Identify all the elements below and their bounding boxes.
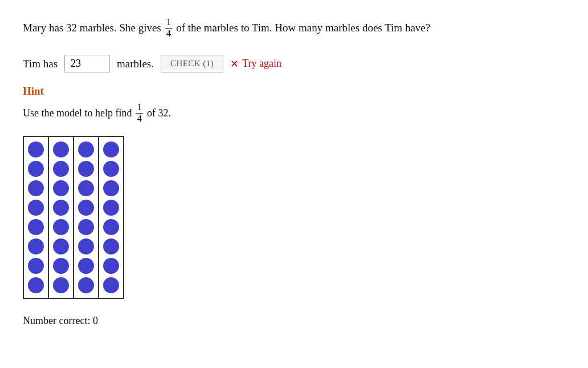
hint-fraction: 1 4 bbox=[136, 102, 143, 124]
marble bbox=[28, 161, 44, 177]
marble bbox=[53, 180, 69, 196]
marble bbox=[78, 141, 94, 157]
x-icon: ✕ bbox=[230, 58, 239, 70]
marble bbox=[103, 141, 119, 157]
hint-fraction-numerator: 1 bbox=[136, 102, 143, 114]
try-again-label: Try again bbox=[242, 58, 281, 70]
number-correct: Number correct: 0 bbox=[23, 315, 565, 327]
marble bbox=[28, 180, 44, 196]
problem-text: Mary has 32 marbles. She gives 1 4 of th… bbox=[23, 17, 565, 39]
marble-column-1 bbox=[49, 137, 74, 298]
marble bbox=[78, 277, 94, 293]
marble bbox=[53, 277, 69, 293]
marble bbox=[103, 238, 119, 254]
marble bbox=[103, 258, 119, 274]
problem-text-after: of the marbles to Tim. How many marbles … bbox=[176, 19, 430, 37]
marble bbox=[28, 200, 44, 216]
problem-text-before: Mary has 32 marbles. She gives bbox=[23, 19, 161, 37]
marble bbox=[103, 200, 119, 216]
problem-fraction-numerator: 1 bbox=[165, 17, 173, 29]
check-button[interactable]: CHECK (1) bbox=[161, 55, 223, 72]
marble bbox=[28, 258, 44, 274]
marble bbox=[103, 277, 119, 293]
marble bbox=[78, 200, 94, 216]
try-again-message: ✕ Try again bbox=[230, 58, 281, 70]
hint-text-before: Use the model to help find bbox=[23, 107, 132, 119]
marble bbox=[28, 238, 44, 254]
marble bbox=[53, 200, 69, 216]
marble bbox=[28, 141, 44, 157]
marble-column-3 bbox=[99, 137, 123, 298]
problem-fraction: 1 4 bbox=[165, 17, 173, 39]
hint-text-after: of 32. bbox=[147, 107, 171, 119]
hint-text: Use the model to help find 1 4 of 32. bbox=[23, 102, 565, 124]
answer-input[interactable] bbox=[64, 55, 110, 72]
marble bbox=[53, 141, 69, 157]
marble bbox=[78, 219, 94, 235]
marble bbox=[78, 258, 94, 274]
marble bbox=[28, 219, 44, 235]
marble bbox=[78, 238, 94, 254]
hint-label: Hint bbox=[23, 85, 565, 98]
marble bbox=[53, 219, 69, 235]
marble-column-0 bbox=[24, 137, 49, 298]
marble bbox=[103, 180, 119, 196]
marble bbox=[78, 180, 94, 196]
hint-section: Hint Use the model to help find 1 4 of 3… bbox=[23, 85, 565, 124]
marble bbox=[103, 219, 119, 235]
marble bbox=[53, 238, 69, 254]
marble-column-2 bbox=[74, 137, 99, 298]
tim-has-label: Tim has bbox=[23, 58, 58, 70]
marble-model bbox=[23, 136, 124, 299]
input-row: Tim has marbles. CHECK (1) ✕ Try again bbox=[23, 55, 565, 72]
marble bbox=[53, 161, 69, 177]
marble bbox=[53, 258, 69, 274]
marble bbox=[78, 161, 94, 177]
marble bbox=[28, 277, 44, 293]
marbles-label: marbles. bbox=[117, 58, 154, 70]
hint-fraction-denominator: 4 bbox=[136, 114, 143, 124]
problem-fraction-denominator: 4 bbox=[165, 29, 173, 39]
marble bbox=[103, 161, 119, 177]
